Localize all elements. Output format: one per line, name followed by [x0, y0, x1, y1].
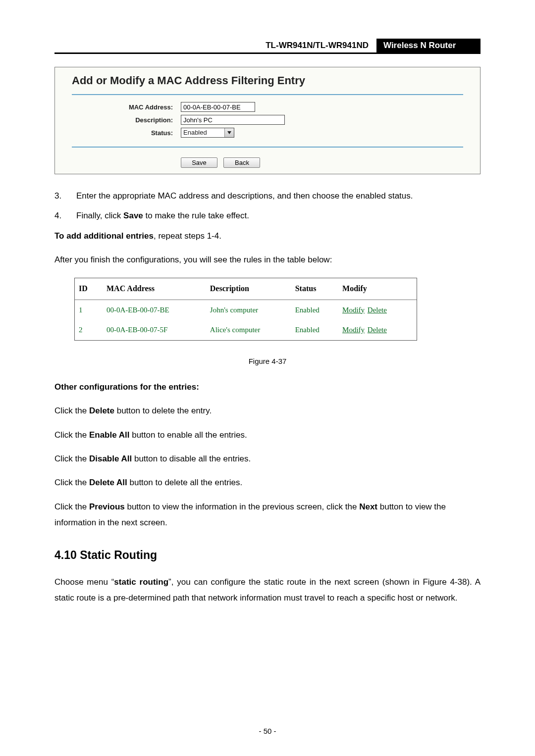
col-modify: Modify	[338, 278, 417, 300]
other-config-title: Other configurations for the entries:	[54, 379, 481, 395]
status-label: Status:	[72, 129, 181, 137]
rules-table: ID MAC Address Description Status Modify…	[75, 278, 417, 340]
other-line-1: Click the Delete button to delete the en…	[54, 403, 481, 419]
cell-mac: 00-0A-EB-00-07-BE	[103, 300, 206, 320]
mac-address-input[interactable]	[181, 102, 255, 112]
other-line-5: Click the Previous button to view the in…	[54, 499, 481, 531]
page-header: TL-WR941N/TL-WR941ND Wireless N Router	[54, 39, 481, 54]
step-4-text: Finally, click Save to make the rule tak…	[76, 208, 249, 224]
delete-link[interactable]: Delete	[368, 326, 387, 334]
modify-link[interactable]: Modify	[342, 326, 365, 334]
save-button[interactable]: Save	[181, 157, 217, 168]
other-line-2: Click the Enable All button to enable al…	[54, 427, 481, 443]
mac-filter-form-panel: Add or Modify a MAC Address Filtering En…	[54, 67, 481, 174]
additional-entries-text: To add additional entries, repeat steps …	[54, 228, 481, 244]
mac-address-label: MAC Address:	[72, 103, 181, 111]
table-row: 1 00-0A-EB-00-07-BE John's computer Enab…	[75, 300, 417, 320]
table-row: 2 00-0A-EB-00-07-5F Alice's computer Ena…	[75, 320, 417, 340]
cell-status: Enabled	[291, 320, 338, 340]
other-line-3: Click the Disable All button to disable …	[54, 451, 481, 467]
cell-desc: Alice's computer	[206, 320, 291, 340]
after-config-text: After you finish the configurations, you…	[54, 252, 481, 268]
col-mac: MAC Address	[103, 278, 206, 300]
chevron-down-icon	[224, 128, 234, 137]
section-heading: 4.10 Static Routing	[54, 545, 481, 566]
step-3-number: 3.	[54, 188, 76, 204]
col-id: ID	[75, 278, 103, 300]
panel-divider	[72, 94, 463, 95]
figure-caption: Figure 4-37	[54, 354, 481, 369]
other-line-4: Click the Delete All button to delete al…	[54, 475, 481, 491]
step-4-number: 4.	[54, 208, 76, 224]
delete-link[interactable]: Delete	[368, 306, 387, 314]
svg-marker-0	[227, 131, 231, 134]
step-3: 3. Enter the appropriate MAC address and…	[54, 188, 481, 204]
description-label: Description:	[72, 116, 181, 124]
section-paragraph: Choose menu “static routing”, you can co…	[54, 574, 481, 606]
rules-table-container: ID MAC Address Description Status Modify…	[74, 278, 417, 340]
step-3-text: Enter the appropriate MAC address and de…	[76, 188, 413, 204]
col-status: Status	[291, 278, 338, 300]
cell-mac: 00-0A-EB-00-07-5F	[103, 320, 206, 340]
description-input[interactable]	[181, 115, 285, 125]
modify-link[interactable]: Modify	[342, 306, 365, 314]
cell-status: Enabled	[291, 300, 338, 320]
header-product: Wireless N Router	[376, 39, 481, 52]
header-model: TL-WR941N/TL-WR941ND	[54, 41, 376, 50]
cell-desc: John's computer	[206, 300, 291, 320]
step-4: 4. Finally, click Save to make the rule …	[54, 208, 481, 224]
panel-title: Add or Modify a MAC Address Filtering En…	[55, 67, 480, 90]
cell-id: 1	[75, 300, 103, 320]
back-button[interactable]: Back	[223, 157, 260, 168]
status-select-value: Enabled	[181, 128, 224, 137]
panel-divider-2	[72, 147, 463, 148]
cell-actions: Modify Delete	[338, 320, 417, 340]
status-select[interactable]: Enabled	[181, 128, 234, 138]
col-desc: Description	[206, 278, 291, 300]
page-number: - 50 -	[0, 727, 535, 735]
cell-actions: Modify Delete	[338, 300, 417, 320]
cell-id: 2	[75, 320, 103, 340]
